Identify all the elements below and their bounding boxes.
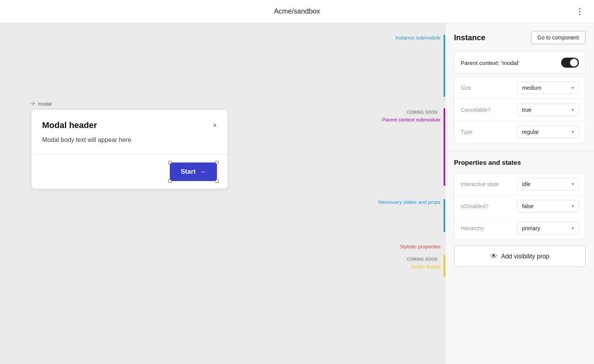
instance-panel-title: Instance — [454, 33, 485, 42]
necessary-states-bar — [444, 199, 445, 232]
properties-states-title: Properties and states — [454, 159, 585, 167]
move-icon: ✛ — [31, 101, 36, 107]
modal-name-label: modal — [38, 101, 51, 107]
type-prop-row: Type regular ▾ — [454, 121, 585, 143]
modal-box: Modal header × Modal body text will appe… — [31, 109, 228, 189]
handle-tr — [215, 161, 218, 164]
action-button-submodule-label: COMING SOON Action button — [404, 255, 445, 270]
action-button-coming-soon-badge: COMING SOON — [404, 256, 440, 263]
is-disabled-chevron: ▾ — [572, 203, 574, 209]
instance-section: Instance Go to component Parent context:… — [446, 23, 594, 151]
size-prop-row: Size medium ▾ — [454, 77, 585, 99]
size-chevron-icon: ▾ — [572, 85, 574, 91]
cancelable-select-value: true — [522, 107, 568, 113]
interactive-state-chevron: ▾ — [572, 181, 574, 187]
necessary-states-submodule-label: Necessary states and props — [378, 199, 445, 205]
ps-prop-rows: Interactive state idle ▾ isDisabled? fal… — [454, 173, 585, 239]
type-select-value: regular — [522, 129, 568, 135]
eye-icon: 👁 — [490, 252, 497, 260]
hierarchy-name: Hierarchy — [461, 225, 484, 231]
add-visibility-label: Add visibility prop — [501, 253, 550, 260]
handle-bl — [168, 179, 171, 183]
modal-header-row: Modal header × — [31, 109, 228, 137]
main-layout: ✛ modal Modal header × Modal body text w… — [0, 23, 594, 364]
hierarchy-row: Hierarchy primary ▾ — [454, 217, 585, 239]
size-select[interactable]: medium ▾ — [517, 82, 579, 94]
cancelable-chevron-icon: ▾ — [572, 107, 574, 113]
interactive-state-value: idle — [522, 181, 568, 187]
cancelable-prop-name: Cancelable? — [461, 107, 491, 113]
instance-properties-container: Size medium ▾ Cancelable? true ▾ — [454, 77, 585, 143]
parent-context-toggle[interactable] — [561, 58, 579, 68]
type-select[interactable]: regular ▾ — [517, 126, 579, 138]
cancelable-select[interactable]: true ▾ — [517, 104, 579, 116]
parent-context-coming-soon-badge: COMING SOON — [404, 109, 440, 116]
necessary-states-text: Necessary states and props — [378, 199, 445, 205]
properties-states-section: Properties and states Interactive state … — [446, 151, 594, 275]
handle-br — [215, 179, 218, 183]
interactive-state-select[interactable]: idle ▾ — [517, 178, 579, 190]
is-disabled-name: isDisabled? — [461, 203, 488, 209]
app-header: Acme/sandbox ⋮ — [0, 0, 594, 23]
action-button-text: Action button — [411, 264, 445, 270]
instance-panel-header: Instance Go to component — [454, 31, 585, 44]
action-button-bar — [444, 255, 445, 277]
instance-prop-rows: Size medium ▾ Cancelable? true ▾ — [454, 77, 585, 143]
interactive-state-row: Interactive state idle ▾ — [454, 173, 585, 195]
instance-submodule-label: Instance submodule — [396, 35, 445, 41]
hierarchy-chevron: ▾ — [572, 226, 574, 231]
modal-label: ✛ modal — [31, 101, 228, 107]
stylistic-properties-label: Stylistic properties — [400, 244, 445, 250]
modal-header-title: Modal header — [42, 120, 97, 130]
is-disabled-value: false — [522, 203, 568, 209]
canvas-area: ✛ modal Modal header × Modal body text w… — [0, 23, 445, 364]
handle-tl — [168, 161, 171, 164]
modal-body-text: Modal body text will appear here — [31, 137, 228, 155]
size-select-value: medium — [522, 85, 568, 91]
parent-context-label: Parent context: 'modal' — [461, 60, 519, 66]
instance-submodule-text: Instance submodule — [396, 35, 445, 41]
type-prop-name: Type — [461, 129, 472, 135]
parent-context-inner: Parent context: 'modal' — [461, 58, 579, 68]
start-button-label: Start — [181, 168, 196, 176]
parent-context-submodule-label: COMING SOON Parent context submodule — [382, 108, 445, 123]
parent-context-submodule-text: Parent context submodule — [382, 117, 445, 123]
start-button-arrow: → — [200, 168, 206, 176]
hierarchy-value: primary — [522, 225, 568, 231]
modal-footer: Start → — [31, 155, 228, 189]
start-button[interactable]: Start → — [170, 162, 217, 181]
go-to-component-button[interactable]: Go to component — [531, 31, 585, 44]
add-visibility-button[interactable]: 👁 Add visibility prop — [454, 246, 585, 267]
is-disabled-select[interactable]: false ▾ — [517, 200, 579, 212]
modal-close-icon[interactable]: × — [213, 121, 217, 130]
app-title: Acme/sandbox — [274, 7, 320, 15]
hierarchy-select[interactable]: primary ▾ — [517, 222, 579, 234]
is-disabled-row: isDisabled? false ▾ — [454, 195, 585, 217]
size-prop-name: Size — [461, 85, 471, 91]
stylistic-properties-text: Stylistic properties — [400, 244, 445, 250]
modal-preview: ✛ modal Modal header × Modal body text w… — [31, 101, 228, 189]
parent-context-bar — [444, 108, 445, 186]
parent-context-row: Parent context: 'modal' — [454, 52, 585, 73]
instance-submodule-bar — [444, 35, 445, 97]
right-panel: Instance Go to component Parent context:… — [445, 23, 594, 364]
more-menu-button[interactable]: ⋮ — [575, 7, 585, 17]
type-chevron-icon: ▾ — [572, 129, 574, 135]
cancelable-prop-row: Cancelable? true ▾ — [454, 99, 585, 121]
interactive-state-name: Interactive state — [461, 181, 499, 187]
